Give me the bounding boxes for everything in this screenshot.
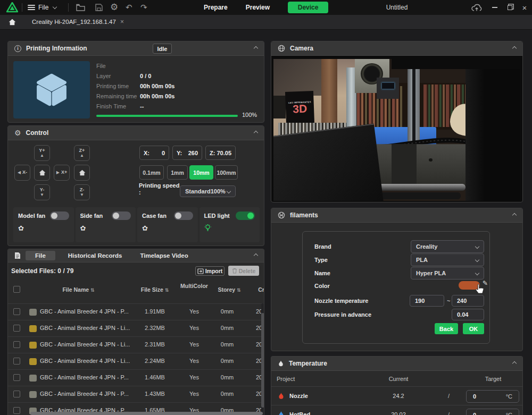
step-0.1mm-button[interactable]: 0.1mm <box>139 165 164 180</box>
file-row[interactable]: GBC - Animal Breeder 4 JPN - Li... 2.31M… <box>8 336 264 353</box>
row-checkbox[interactable] <box>13 407 20 414</box>
row-checkbox[interactable] <box>13 341 20 348</box>
tab-device[interactable]: Device <box>288 2 328 13</box>
file-thumbnail <box>29 325 37 332</box>
camera-photo-ceiling-shadow <box>273 59 323 96</box>
collapse-icon[interactable] <box>512 361 517 366</box>
model-fan-cell: Model fan ✿ <box>13 207 74 242</box>
nozzle-target-input[interactable]: 0°C <box>466 390 519 403</box>
tab-preview[interactable]: Preview <box>246 4 270 11</box>
nozzle-min-input[interactable]: 190 <box>410 295 444 307</box>
jog-x-plus-button[interactable]: ▶X+ <box>54 165 70 181</box>
row-checkbox[interactable] <box>13 374 20 381</box>
close-button[interactable]: × <box>517 0 532 15</box>
field-value: 00h 00m 00s <box>140 93 174 99</box>
x-coordinate-field[interactable]: X:0 <box>139 146 169 160</box>
collapse-icon[interactable] <box>254 253 258 258</box>
z-coordinate-field[interactable]: Z:70.05 <box>205 146 236 160</box>
tab-historical-records[interactable]: Historical Records <box>63 251 128 260</box>
file-row[interactable]: GBC - Animal Breeder 4 JPN - P... 1.43MB… <box>8 386 264 402</box>
step-100mm-button[interactable]: 100mm <box>215 165 238 180</box>
select-all-checkbox[interactable] <box>13 286 20 293</box>
jog-y-plus-button[interactable]: Y+▲ <box>34 145 50 161</box>
case-fan-toggle[interactable] <box>174 211 193 220</box>
home-icon[interactable] <box>9 19 16 26</box>
printing-speed-dropdown[interactable]: Standard100% <box>180 185 236 197</box>
file-row[interactable]: GBC - Animal Breeder 4 JPN - Li... 2.24M… <box>8 353 264 369</box>
side-fan-toggle[interactable] <box>112 211 131 220</box>
tab-prepare[interactable]: Prepare <box>204 4 228 11</box>
selected-files-label: Selected Files: 0 / 79 <box>11 267 73 275</box>
row-checkbox[interactable] <box>13 325 20 332</box>
collapse-icon[interactable] <box>254 46 258 50</box>
row-checkbox[interactable] <box>13 308 20 315</box>
filaments-header[interactable]: filaments <box>271 208 522 223</box>
file-row[interactable]: GBC - Animal Breeder 4 JPN - P... 1.91MB… <box>8 303 264 320</box>
sort-icon[interactable]: ⇅ <box>165 287 169 293</box>
tab-file[interactable]: File <box>26 251 55 260</box>
file-row[interactable]: GBC - Animal Breeder 4 JPN - Li... 2.32M… <box>8 320 264 336</box>
temperature-columns: Project Current Target <box>271 371 522 387</box>
file-name: GBC - Animal Breeder 4 JPN - P... <box>40 391 146 397</box>
row-checkbox[interactable] <box>13 358 20 365</box>
collapse-icon[interactable] <box>512 213 517 217</box>
delete-button[interactable]: Delete <box>228 266 259 276</box>
back-button[interactable]: Back <box>435 323 458 334</box>
printer-tab[interactable]: Creality Hi-20AF_192.168.1.47 × <box>32 18 124 26</box>
file-menu[interactable]: File <box>38 4 48 11</box>
cloud-upload-icon[interactable] <box>471 3 483 12</box>
sort-icon[interactable]: ⇅ <box>90 287 95 293</box>
poster-main-text: 3D <box>293 104 307 115</box>
vertical-scrollbar[interactable] <box>261 303 264 415</box>
jog-z-plus-button[interactable]: Z+▲ <box>74 145 90 161</box>
collapse-icon[interactable] <box>254 131 258 135</box>
pressure-input[interactable]: 0.04 <box>452 309 484 320</box>
redo-icon[interactable]: ↷ <box>140 2 147 13</box>
collapse-icon[interactable] <box>512 46 517 50</box>
open-folder-icon[interactable] <box>76 4 85 11</box>
jog-y-minus-button[interactable]: Y-▼ <box>34 184 50 200</box>
fan-toggle-row: Model fan ✿ Side fan ✿ Case fan ✿ LED li… <box>13 207 260 242</box>
control-header[interactable]: ⚙ Control <box>8 126 264 140</box>
step-10mm-button[interactable]: 10mm <box>189 165 213 180</box>
minimize-button[interactable] <box>487 0 502 15</box>
ok-button[interactable]: OK <box>463 323 484 334</box>
tab-timelapse-video[interactable]: Timelapse Video <box>135 251 193 260</box>
led-light-toggle[interactable] <box>236 211 255 220</box>
sort-icon[interactable]: ⇅ <box>237 287 241 293</box>
row-checkbox[interactable] <box>13 391 20 397</box>
file-storey: 0mm <box>215 341 239 348</box>
chevron-down-icon[interactable] <box>53 5 57 9</box>
file-row[interactable]: GBC - Animal Breeder 4 JPN - P... 1.46MB… <box>8 369 264 386</box>
printer-tab-close-icon[interactable]: × <box>120 18 124 26</box>
file-multicolor: Yes <box>179 374 209 380</box>
type-dropdown[interactable]: PLA <box>411 253 484 266</box>
col-storey[interactable]: Storey ⇅ <box>215 286 243 293</box>
jog-z-minus-button[interactable]: Z-▼ <box>74 184 90 200</box>
step-1mm-button[interactable]: 1mm <box>167 165 188 180</box>
brand-dropdown[interactable]: Creality <box>411 240 484 253</box>
col-file-name[interactable]: File Name ⇅ <box>40 286 117 293</box>
hotbed-target-input[interactable]: 0°C <box>466 409 519 415</box>
y-coordinate-field[interactable]: Y:260 <box>172 146 202 160</box>
horizontal-scrollbar[interactable] <box>30 412 263 415</box>
nozzle-max-input[interactable]: 240 <box>452 295 484 307</box>
hamburger-menu-icon[interactable] <box>28 5 35 11</box>
restore-button[interactable] <box>502 0 517 15</box>
undo-icon[interactable]: ↶ <box>126 2 132 13</box>
import-button[interactable]: Import <box>195 266 225 276</box>
type-label: Type <box>314 257 328 263</box>
camera-header[interactable]: Camera <box>271 41 522 56</box>
model-fan-toggle[interactable] <box>50 211 69 220</box>
file-multicolor: Yes <box>179 325 209 331</box>
save-icon[interactable] <box>95 4 103 11</box>
jog-home-xy-button[interactable] <box>34 165 50 181</box>
field-label: Finish Time <box>96 103 140 109</box>
settings-gear-icon[interactable]: ⚙ <box>110 2 118 13</box>
col-file-size[interactable]: File Size ⇅ <box>138 286 171 293</box>
jog-x-minus-button[interactable]: ◀X- <box>14 165 30 181</box>
temperature-header[interactable]: Temperature <box>271 357 522 371</box>
printing-info-header[interactable]: i Printing Information Idle <box>8 41 264 56</box>
jog-home-z-button[interactable] <box>74 165 90 181</box>
name-dropdown[interactable]: Hyper PLA <box>411 267 484 280</box>
